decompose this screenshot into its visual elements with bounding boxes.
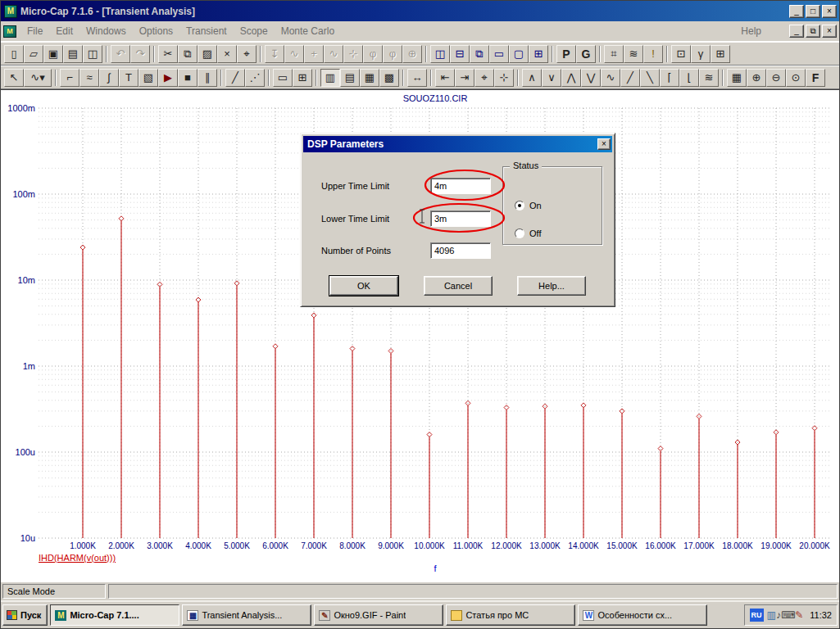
stop-icon[interactable]: ■ <box>178 69 198 87</box>
mdi-minimize-button[interactable]: _ <box>789 25 804 38</box>
menu-scope[interactable]: Scope <box>234 23 275 39</box>
toolbar-separator <box>268 70 270 86</box>
graph-object-dropdown-icon[interactable]: ∿▾ <box>24 69 52 87</box>
properties-icon[interactable]: ⊡ <box>671 45 691 63</box>
pause-icon[interactable]: ∥ <box>198 69 217 87</box>
minimize-button[interactable]: _ <box>789 5 804 18</box>
new-file-icon[interactable]: ▯ <box>4 45 24 63</box>
task-folder[interactable]: Статья про МС <box>446 604 575 626</box>
bottom-value-icon[interactable]: ⌊ <box>679 69 699 87</box>
function-key-icon[interactable]: F <box>806 69 825 87</box>
number-of-points-input[interactable] <box>430 242 491 259</box>
maximize-button[interactable]: □ <box>806 5 820 18</box>
print-letter-icon[interactable]: P <box>556 45 576 63</box>
cancel-button[interactable]: Cancel <box>424 276 493 296</box>
save-file-icon[interactable]: ▣ <box>43 45 63 63</box>
tile-horizontal-icon[interactable]: ⊟ <box>450 45 470 63</box>
task-micro-cap[interactable]: MMicro-Cap 7.1.... <box>50 604 179 626</box>
task-word[interactable]: WОсобенности сх... <box>578 604 707 626</box>
tray-icons: ▥♪⌨✎ <box>767 609 804 622</box>
zoom-in-icon[interactable]: ⊕ <box>747 69 766 87</box>
keyboard-tray-icon[interactable]: ⌨ <box>781 609 795 621</box>
lower-time-limit-input[interactable] <box>430 210 491 227</box>
mdi-restore-button[interactable]: ⧉ <box>806 25 820 38</box>
task-transient-analysis[interactable]: ▦Transient Analysis... <box>182 604 311 626</box>
mdi-close-button[interactable]: × <box>822 25 837 38</box>
valley-icon[interactable]: ∨ <box>542 69 561 87</box>
status-off-radio[interactable]: Off <box>515 228 541 238</box>
bus-mode-icon[interactable]: ∫ <box>99 69 119 87</box>
peak-icon[interactable]: ∧ <box>522 69 542 87</box>
menu-monte-carlo[interactable]: Monte Carlo <box>275 23 341 39</box>
horizontal-tag-icon[interactable]: ↔ <box>407 69 427 87</box>
close-button[interactable]: × <box>822 5 837 18</box>
pen-tray-icon[interactable]: ✎ <box>795 609 803 621</box>
measure-tool-icon[interactable]: ⋰ <box>245 69 265 87</box>
scale-y-icon[interactable]: ▩ <box>379 69 399 87</box>
data-grid-icon[interactable]: ⊞ <box>293 69 312 87</box>
rise-edge-icon[interactable]: ╱ <box>620 69 640 87</box>
task-paint[interactable]: ✎Окно9.GIF - Paint <box>314 604 443 626</box>
maximize-windows-icon[interactable]: ▢ <box>509 45 529 63</box>
go-left-cursor-icon[interactable]: ⇤ <box>435 69 455 87</box>
tile-vertical-icon[interactable]: ◫ <box>430 45 450 63</box>
alert-icon[interactable]: ! <box>643 45 663 63</box>
scale-mode-icon[interactable]: ▥ <box>320 69 340 87</box>
delete-icon[interactable]: × <box>217 45 237 63</box>
data-points-grid-icon[interactable]: ▦ <box>727 69 747 87</box>
menu-help[interactable]: Help <box>734 23 768 39</box>
display-tray-icon[interactable]: ▥ <box>767 609 776 621</box>
graph-letter-icon[interactable]: G <box>576 45 596 63</box>
menu-file[interactable]: File <box>20 23 49 39</box>
status-on-radio[interactable]: On <box>515 200 542 210</box>
menu-options[interactable]: Options <box>133 23 179 39</box>
numeric-grid-icon[interactable]: ⊞ <box>529 45 548 63</box>
zoom-out-icon[interactable]: ⊖ <box>766 69 786 87</box>
graphics-mode-icon[interactable]: ▧ <box>138 69 158 87</box>
help-button[interactable]: Help... <box>517 276 586 296</box>
document-icon[interactable]: M <box>3 25 16 38</box>
open-file-icon[interactable]: ▱ <box>24 45 43 63</box>
language-indicator[interactable]: RU <box>750 609 764 622</box>
run-icon[interactable]: ▶ <box>158 69 178 87</box>
select-region-icon[interactable]: ▭ <box>273 69 293 87</box>
output-variable-icon[interactable]: γ <box>691 45 711 63</box>
print-preview-icon[interactable]: ◫ <box>83 45 102 63</box>
select-mode-icon[interactable]: ↖ <box>4 69 24 87</box>
scale-x-icon[interactable]: ▦ <box>360 69 379 87</box>
cursor-mode-icon[interactable]: ▤ <box>340 69 360 87</box>
copy-icon[interactable]: ⧉ <box>178 45 198 63</box>
menu-transient[interactable]: Transient <box>179 23 234 39</box>
dialog-close-button[interactable]: × <box>597 138 611 150</box>
line-tool-icon[interactable]: ╱ <box>225 69 245 87</box>
envelope-icon[interactable]: ≋ <box>699 69 719 87</box>
menu-windows[interactable]: Windows <box>79 23 133 39</box>
overlap-windows-icon[interactable]: ▭ <box>489 45 509 63</box>
next-point-icon[interactable]: ⊹ <box>494 69 514 87</box>
numeric-output-icon[interactable]: ⌗ <box>604 45 624 63</box>
wire-mode-icon[interactable]: ⌐ <box>60 69 79 87</box>
text-mode-icon[interactable]: T <box>119 69 138 87</box>
start-button[interactable]: Пуск <box>2 604 48 626</box>
inflection-icon[interactable]: ∿ <box>601 69 620 87</box>
ok-button[interactable]: OK <box>329 276 398 296</box>
global-high-icon[interactable]: ⋀ <box>561 69 581 87</box>
find-icon[interactable]: ⌖ <box>237 45 257 63</box>
folder-icon <box>451 610 462 621</box>
upper-time-limit-input[interactable] <box>430 178 491 194</box>
tag-point-icon[interactable]: ⌖ <box>474 69 494 87</box>
cut-icon[interactable]: ✂ <box>158 45 178 63</box>
menu-edit[interactable]: Edit <box>49 23 79 39</box>
print-icon[interactable]: ▤ <box>63 45 83 63</box>
zigzag-wire-mode-icon[interactable]: ≈ <box>79 69 99 87</box>
fall-edge-icon[interactable]: ╲ <box>640 69 660 87</box>
top-value-icon[interactable]: ⌈ <box>660 69 679 87</box>
waveform-buffer-icon[interactable]: ≋ <box>624 45 643 63</box>
help-window-icon[interactable]: ⊞ <box>711 45 730 63</box>
magnify-region-icon[interactable]: ⊙ <box>786 69 806 87</box>
go-right-cursor-icon[interactable]: ⇥ <box>455 69 474 87</box>
paste-icon[interactable]: ▨ <box>198 45 217 63</box>
dialog-title-bar[interactable]: DSP Parameters × <box>303 136 612 152</box>
global-low-icon[interactable]: ⋁ <box>581 69 601 87</box>
cascade-windows-icon[interactable]: ⧉ <box>470 45 489 63</box>
